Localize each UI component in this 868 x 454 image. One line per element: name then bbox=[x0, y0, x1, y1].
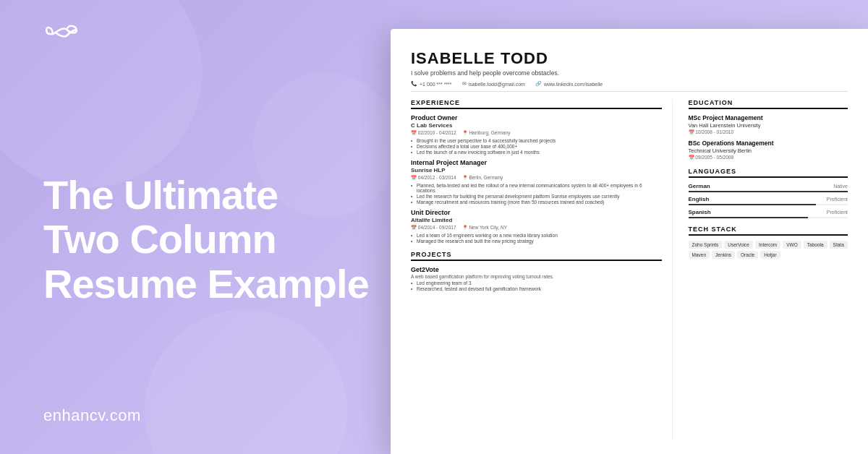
resume-left-column: EXPERIENCE Product Owner C Lab Services … bbox=[411, 99, 673, 440]
lang-name-spanish: Spanish bbox=[689, 209, 711, 215]
lang-name-german: German bbox=[689, 183, 710, 189]
contact-linkedin: 🔗 www.linkedin.com/isabelle bbox=[535, 81, 603, 87]
lang-level-spanish: Proficient bbox=[827, 210, 848, 215]
lang-bar-german bbox=[689, 191, 848, 192]
edu-university-1: Van Hall Larenstein University bbox=[689, 122, 848, 129]
enhancv-logo-icon bbox=[43, 22, 80, 43]
bullet-1-3: Led the launch of a new invoicing softwa… bbox=[411, 150, 662, 155]
linkedin-value: www.linkedin.com/isabelle bbox=[544, 82, 603, 87]
techstack-title: TECH STACK bbox=[689, 226, 848, 236]
language-spanish: Spanish Proficient bbox=[689, 209, 848, 218]
contact-email: ✉ isabelle.todd@gmail.com bbox=[462, 81, 525, 87]
lang-level-german: Native bbox=[833, 184, 848, 189]
lang-level-english: Proficient bbox=[827, 197, 848, 202]
headline-container: The Ultimate Two Column Resume Example bbox=[43, 115, 391, 307]
email-value: isabelle.todd@gmail.com bbox=[469, 82, 525, 87]
bullet-1-1: Brought in the user perspective to 4 suc… bbox=[411, 138, 662, 143]
job-company-3: Altalife Limited bbox=[411, 217, 662, 223]
lang-row-english: English Proficient bbox=[689, 196, 848, 202]
bullet-2-1: Planned, beta-tested and led the rollout… bbox=[411, 183, 662, 193]
headline-line1: The Ultimate bbox=[43, 173, 391, 218]
bullet-2-3: Manage recruitment and resources trainin… bbox=[411, 200, 662, 205]
resume-right-column: EDUCATION MSc Project Management Van Hal… bbox=[684, 99, 848, 440]
bullet-3-1: Led a team of 16 engineers working on a … bbox=[411, 233, 662, 238]
contact-phone: 📞 +1 000 *** **** bbox=[411, 81, 452, 87]
lang-name-english: English bbox=[689, 196, 710, 202]
languages-title: LANGUAGES bbox=[689, 168, 848, 178]
bullet-3-2: Managed the research and built the new p… bbox=[411, 239, 662, 244]
lang-bar-english bbox=[689, 204, 848, 205]
job-title-2: Internal Project Manager bbox=[411, 159, 662, 166]
tech-tag-intercom: Intercom bbox=[755, 241, 780, 249]
left-panel: The Ultimate Two Column Resume Example e… bbox=[0, 0, 427, 454]
bullet-2-2: Led the research for building the person… bbox=[411, 194, 662, 199]
job-location-2: 📍 Berlin, Germany bbox=[462, 175, 503, 181]
linkedin-icon: 🔗 bbox=[535, 81, 542, 87]
job-location-3: 📍 New York City, NY bbox=[462, 225, 507, 231]
resume-tagline: I solve problems and help people overcom… bbox=[411, 69, 848, 77]
phone-icon: 📞 bbox=[411, 81, 417, 87]
tech-tags-container: Zoho Sprints UserVoice Intercom VWO Tabo… bbox=[689, 241, 848, 259]
job-dates-2: 📅 04/2012 - 03/2014 bbox=[411, 175, 456, 181]
job-dates-1: 📅 02/2010 - 04/2012 bbox=[411, 130, 456, 136]
resume-contact: 📞 +1 000 *** **** ✉ isabelle.todd@gmail.… bbox=[411, 81, 848, 92]
tech-tag-hotjar: Hotjar bbox=[760, 251, 780, 259]
tech-tag-maven: Maven bbox=[689, 251, 710, 259]
edu-date-2: 📅 09/2005 - 05/2008 bbox=[689, 155, 848, 160]
logo bbox=[43, 22, 391, 43]
tech-tag-uservoice: UserVoice bbox=[724, 241, 753, 249]
job-bullets-3: Led a team of 16 engineers working on a … bbox=[411, 233, 662, 244]
job-bullets-1: Brought in the user perspective to 4 suc… bbox=[411, 138, 662, 155]
project-bullets-1: Led engineering team of 3 Researched, te… bbox=[411, 280, 662, 291]
lang-bar-spanish bbox=[689, 217, 848, 218]
lang-row-spanish: Spanish Proficient bbox=[689, 209, 848, 215]
project-bullet-1-1: Led engineering team of 3 bbox=[411, 280, 662, 286]
headline: The Ultimate Two Column Resume Example bbox=[43, 173, 391, 307]
resume-body: EXPERIENCE Product Owner C Lab Services … bbox=[411, 99, 848, 440]
job-meta-2: 📅 04/2012 - 03/2014 📍 Berlin, Germany bbox=[411, 175, 662, 181]
tech-tag-stata: Stata bbox=[830, 241, 848, 249]
phone-value: +1 000 *** **** bbox=[420, 82, 452, 87]
email-icon: ✉ bbox=[462, 81, 467, 87]
job-company-2: Sunrise HLP bbox=[411, 167, 662, 174]
job-meta-1: 📅 02/2010 - 04/2012 📍 Hamburg, Germany bbox=[411, 130, 662, 136]
bullet-1-2: Decisions affected a total user base of … bbox=[411, 144, 662, 149]
project-bullet-1-2: Researched, tested and devised full gami… bbox=[411, 286, 662, 291]
education-title: EDUCATION bbox=[689, 99, 848, 109]
job-dates-3: 📅 04/2014 - 09/2017 bbox=[411, 225, 456, 231]
lang-row-german: German Native bbox=[689, 183, 848, 189]
job-location-1: 📍 Hamburg, Germany bbox=[462, 130, 511, 136]
edu-degree-2: BSc Operations Management bbox=[689, 140, 848, 147]
lang-bar-fill-spanish bbox=[689, 217, 808, 218]
tech-tag-zoho: Zoho Sprints bbox=[689, 241, 723, 249]
tech-tag-vwo: VWO bbox=[783, 241, 801, 249]
project-desc-1: A web based gamification platform for im… bbox=[411, 274, 662, 279]
projects-title: PROJECTS bbox=[411, 251, 662, 261]
site-url: enhancv.com bbox=[43, 406, 391, 425]
experience-title: EXPERIENCE bbox=[411, 99, 662, 109]
language-english: English Proficient bbox=[689, 196, 848, 205]
edu-degree-1: MSc Project Management bbox=[689, 114, 848, 121]
job-meta-3: 📅 04/2014 - 09/2017 📍 New York City, NY bbox=[411, 225, 662, 231]
job-company-1: C Lab Services bbox=[411, 122, 662, 129]
edu-university-2: Technical University Berlin bbox=[689, 147, 848, 154]
tech-tag-oracle: Oracle bbox=[737, 251, 758, 259]
lang-bar-fill-english bbox=[689, 204, 816, 205]
job-bullets-2: Planned, beta-tested and led the rollout… bbox=[411, 183, 662, 205]
edu-date-1: 📅 10/2008 - 01/2010 bbox=[689, 129, 848, 135]
tech-tag-taboola: Taboola bbox=[804, 241, 827, 249]
job-title-3: Unit Director bbox=[411, 209, 662, 216]
resume-card: ISABELLE TODD I solve problems and help … bbox=[391, 29, 868, 454]
headline-line3: Resume Example bbox=[43, 262, 391, 307]
resume-header: ISABELLE TODD I solve problems and help … bbox=[411, 49, 848, 92]
headline-line2: Two Column bbox=[43, 217, 391, 262]
language-german: German Native bbox=[689, 183, 848, 192]
resume-name: ISABELLE TODD bbox=[411, 49, 848, 68]
lang-bar-fill-german bbox=[689, 191, 848, 192]
job-title-1: Product Owner bbox=[411, 114, 662, 121]
tech-tag-jenkins: Jenkins bbox=[712, 251, 735, 259]
project-title-1: Get2Vote bbox=[411, 266, 662, 273]
